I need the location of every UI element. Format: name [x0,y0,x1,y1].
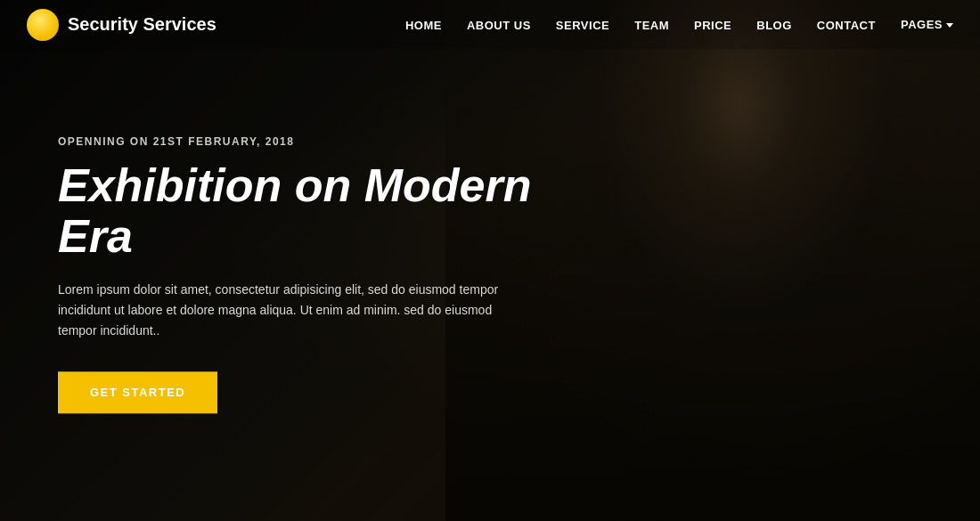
nav-item-blog[interactable]: BLOG [756,17,792,33]
nav-item-service[interactable]: SERVICE [556,17,609,33]
brand-title: Security Services [68,14,216,35]
nav-item-price[interactable]: PRICE [694,17,731,33]
cta-button[interactable]: GET STARTED [58,371,217,413]
nav-item-team[interactable]: TEAM [634,17,669,33]
chevron-down-icon [946,23,953,28]
navbar: Security Services HOME ABOUT US SERVICE … [0,0,980,49]
nav-item-pages[interactable]: PAGES [901,18,953,31]
nav-link-about[interactable]: ABOUT US [467,19,531,32]
nav-item-contact[interactable]: CONTACT [817,17,876,33]
hero-content: OPENNING ON 21ST FEBRUARY, 2018 Exhibiti… [58,135,557,414]
nav-brand[interactable]: Security Services [27,9,216,41]
hero-title: Exhibition on Modern Era [58,160,557,262]
hero-section: Security Services HOME ABOUT US SERVICE … [0,0,980,521]
hero-subtitle: OPENNING ON 21ST FEBRUARY, 2018 [58,135,557,148]
pages-label: PAGES [901,18,943,31]
brand-logo [27,9,59,41]
nav-link-contact[interactable]: CONTACT [817,19,876,32]
nav-link-pages[interactable]: PAGES [901,18,953,31]
hero-description: Lorem ipsum dolor sit amet, consectetur … [58,280,521,341]
nav-link-service[interactable]: SERVICE [556,19,609,32]
nav-item-home[interactable]: HOME [405,17,442,33]
nav-link-blog[interactable]: BLOG [756,19,792,32]
nav-link-price[interactable]: PRICE [694,19,731,32]
nav-link-team[interactable]: TEAM [634,19,669,32]
pages-dropdown: PAGES [901,18,953,31]
nav-item-about[interactable]: ABOUT US [467,17,531,33]
nav-links: HOME ABOUT US SERVICE TEAM PRICE BLOG CO… [405,17,953,33]
nav-link-home[interactable]: HOME [405,19,442,32]
